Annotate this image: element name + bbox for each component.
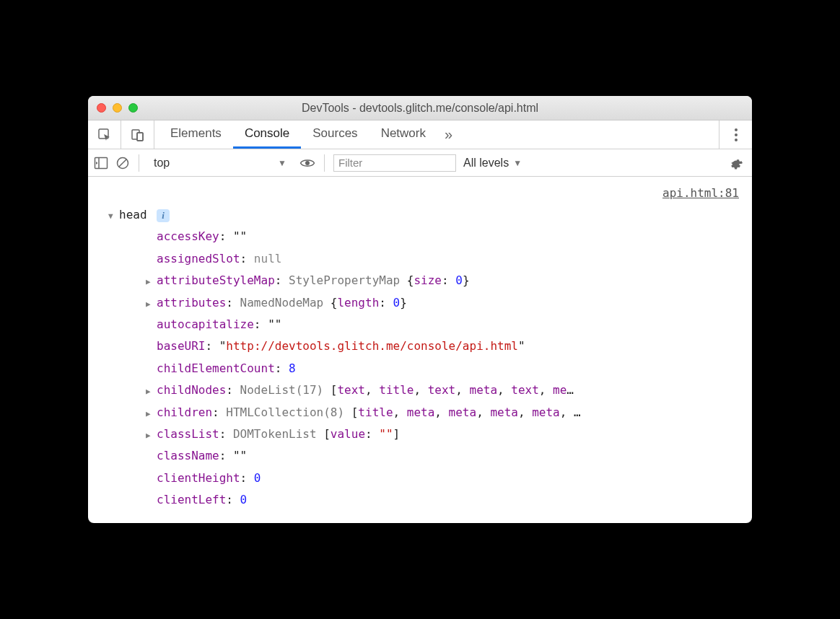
device-toolbar-button[interactable] (121, 120, 154, 149)
context-selector[interactable]: top ▼ (148, 154, 292, 172)
filter-input[interactable] (333, 154, 456, 172)
devtools-tabstrip: Elements Console Sources Network » (88, 120, 752, 149)
toggle-sidebar-button[interactable] (94, 157, 108, 170)
tab-sources[interactable]: Sources (301, 120, 369, 149)
console-toolbar: top ▼ All levels ▼ (88, 149, 752, 177)
chevron-down-icon: ▼ (278, 158, 286, 168)
property-row[interactable]: childNodes: NodeList(17) [text, title, t… (108, 379, 742, 401)
tab-console[interactable]: Console (233, 120, 301, 149)
window-close-button[interactable] (97, 103, 106, 113)
chevron-down-icon: ▼ (513, 158, 522, 168)
svg-rect-2 (137, 133, 143, 141)
property-row[interactable]: clientLeft: 0 (108, 489, 742, 511)
log-levels-selector[interactable]: All levels ▼ (463, 157, 522, 170)
property-row[interactable]: clientHeight: 0 (108, 467, 742, 489)
devtools-window: DevTools - devtools.glitch.me/console/ap… (88, 96, 752, 523)
window-zoom-button[interactable] (128, 103, 138, 113)
sidebar-icon (94, 157, 108, 170)
disclosure-triangle-icon[interactable] (108, 209, 118, 224)
clear-console-button[interactable] (115, 156, 130, 170)
property-list: accessKey: ""assignedSlot: nullattribute… (108, 226, 742, 511)
property-row[interactable]: classList: DOMTokenList [value: ""] (108, 423, 742, 445)
gear-icon (729, 156, 743, 170)
inspect-element-button[interactable] (88, 120, 121, 149)
property-row[interactable]: assignedSlot: null (108, 248, 742, 270)
titlebar: DevTools - devtools.glitch.me/console/ap… (88, 96, 752, 120)
property-row[interactable]: children: HTMLCollection(8) [title, meta… (108, 402, 742, 423)
device-icon (131, 128, 145, 142)
property-row[interactable]: className: "" (108, 445, 742, 467)
source-link[interactable]: api.html:81 (662, 183, 739, 204)
svg-line-7 (119, 159, 127, 167)
eye-icon (299, 157, 315, 169)
live-expression-button[interactable] (299, 157, 315, 169)
property-row[interactable]: attributes: NamedNodeMap {length: 0} (108, 292, 742, 314)
inspect-icon (97, 128, 112, 142)
property-row[interactable]: baseURI: "http://devtools.glitch.me/cons… (108, 335, 742, 357)
divider (324, 154, 325, 172)
console-output: api.html:81 head i accessKey: ""assigned… (88, 177, 752, 523)
disclosure-triangle-icon[interactable] (146, 275, 156, 290)
more-tabs-button[interactable]: » (437, 120, 460, 149)
disclosure-triangle-icon[interactable] (146, 429, 156, 444)
object-root-label: head (119, 208, 147, 221)
console-settings-button[interactable] (726, 156, 746, 170)
panel-tabs: Elements Console Sources Network » (154, 120, 464, 149)
divider (139, 154, 139, 172)
info-badge-icon[interactable]: i (157, 209, 170, 222)
disclosure-triangle-icon[interactable] (146, 385, 156, 400)
kebab-icon (735, 128, 738, 141)
tab-network[interactable]: Network (369, 120, 437, 149)
disclosure-triangle-icon[interactable] (146, 297, 156, 312)
window-title: DevTools - devtools.glitch.me/console/ap… (88, 102, 752, 115)
property-row[interactable]: childElementCount: 8 (108, 358, 742, 379)
traffic-lights (97, 103, 138, 113)
disclosure-triangle-icon[interactable] (146, 407, 156, 422)
clear-icon (115, 156, 130, 170)
property-row[interactable]: attributeStyleMap: StylePropertyMap {siz… (108, 270, 742, 291)
tab-elements[interactable]: Elements (159, 120, 233, 149)
devtools-menu-button[interactable] (719, 120, 752, 149)
svg-point-8 (305, 161, 310, 165)
property-row[interactable]: autocapitalize: "" (108, 314, 742, 335)
property-row[interactable]: accessKey: "" (108, 226, 742, 247)
context-value: top (154, 157, 170, 170)
window-minimize-button[interactable] (113, 103, 122, 113)
object-root-row[interactable]: head i (108, 204, 742, 226)
levels-label: All levels (463, 157, 509, 170)
